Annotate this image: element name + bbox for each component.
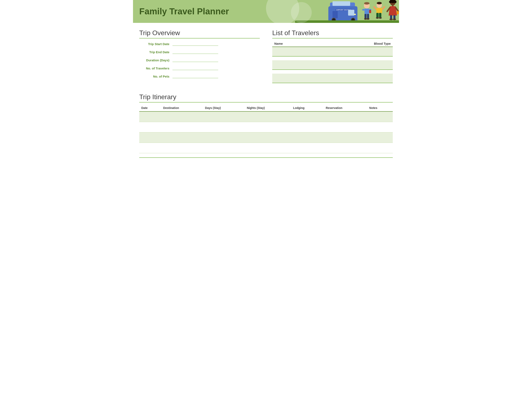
traveler-3-blood[interactable] (344, 74, 393, 83)
traveler-2-blood[interactable] (344, 60, 393, 70)
svg-point-12 (377, 2, 382, 4)
trip-start-date-input[interactable] (172, 41, 218, 46)
col-notes: Notes (367, 105, 393, 111)
header-illustration: AIRPORT SHUTTLE (326, 0, 399, 23)
no-of-pets-label: No. of Pets (139, 75, 172, 78)
row-4-lodging[interactable] (291, 143, 323, 153)
col-nights-stay: Nights (Stay) (245, 105, 291, 111)
svg-rect-8 (367, 14, 369, 19)
svg-point-22 (389, 1, 391, 3)
travelers-blood-col-header: Blood Type (344, 42, 393, 45)
row-4-nights-stay[interactable] (245, 143, 291, 153)
no-of-travelers-input[interactable] (172, 66, 218, 70)
traveler-2-name[interactable] (272, 60, 344, 70)
row-4-date[interactable] (139, 143, 161, 153)
itinerary-row-2 (139, 122, 393, 132)
trip-overview-title: Trip Overview (139, 29, 260, 39)
overview-travelers-columns: Trip Overview Trip Start Date Trip End D… (139, 29, 393, 85)
svg-rect-29 (390, 15, 392, 19)
row-2-lodging[interactable] (291, 122, 323, 132)
row-4-reservation[interactable] (323, 143, 367, 153)
bus-illustration: AIRPORT SHUTTLE (326, 2, 360, 23)
row-3-destination[interactable] (161, 132, 203, 143)
row-1-destination[interactable] (161, 111, 203, 122)
bus-window (332, 1, 350, 6)
row-1-lodging[interactable] (291, 111, 323, 122)
travelers-name-col-header: Name (272, 42, 344, 45)
row-2-nights-stay[interactable] (245, 122, 291, 132)
row-2-date[interactable] (139, 122, 161, 132)
svg-point-10 (367, 18, 370, 20)
bus-door (332, 11, 338, 18)
row-2-days-stay[interactable] (203, 122, 245, 132)
row-2-notes[interactable] (367, 122, 393, 132)
travelers-table: Name Blood Type (272, 40, 393, 83)
svg-rect-5 (369, 10, 371, 13)
svg-rect-2 (364, 9, 369, 14)
trip-start-date-label: Trip Start Date (139, 42, 172, 46)
row-3-nights-stay[interactable] (245, 132, 291, 143)
row-3-lodging[interactable] (291, 132, 323, 143)
col-date: Date (139, 105, 161, 111)
trip-end-date-label: Trip End Date (139, 50, 172, 54)
svg-point-1 (364, 2, 370, 5)
row-3-notes[interactable] (367, 132, 393, 143)
page-header: Family Travel Planner AIRPORT SHUTTLE (133, 0, 399, 23)
duration-days-row: Duration (Days) (139, 57, 260, 63)
person-3-icon (387, 0, 399, 21)
no-of-pets-input[interactable] (172, 74, 218, 78)
duration-days-input[interactable] (172, 58, 218, 62)
svg-point-31 (390, 19, 393, 20)
svg-rect-30 (393, 15, 395, 19)
no-of-pets-row: No. of Pets (139, 73, 260, 79)
itinerary-header-row: Date Destination Days (Stay) Nights (Sta… (139, 105, 393, 111)
row-1-days-stay[interactable] (203, 111, 245, 122)
svg-rect-7 (364, 14, 367, 19)
svg-point-18 (376, 17, 379, 19)
svg-point-32 (393, 19, 396, 20)
trip-start-date-row: Trip Start Date (139, 40, 260, 47)
svg-point-19 (379, 17, 382, 19)
duration-days-label: Duration (Days) (139, 59, 172, 62)
trip-end-date-input[interactable] (172, 49, 218, 54)
row-2-destination[interactable] (161, 122, 203, 132)
col-destination: Destination (161, 105, 203, 111)
travelers-table-header: Name Blood Type (272, 40, 393, 47)
row-1-date[interactable] (139, 111, 161, 122)
page-title: Family Travel Planner (139, 6, 229, 16)
traveler-1-blood[interactable] (344, 47, 393, 56)
itinerary-table: Date Destination Days (Stay) Nights (Sta… (139, 105, 393, 153)
bus-headlight (354, 14, 356, 15)
row-4-destination[interactable] (161, 143, 203, 153)
person-1-icon (361, 1, 372, 21)
footer-divider (139, 157, 393, 159)
row-4-notes[interactable] (367, 143, 393, 153)
trip-overview-section: Trip Overview Trip Start Date Trip End D… (139, 29, 260, 85)
col-days-stay: Days (Stay) (203, 105, 245, 111)
row-1-reservation[interactable] (323, 111, 367, 122)
itinerary-row-4 (139, 143, 393, 153)
person-2-icon (373, 1, 386, 21)
row-3-date[interactable] (139, 132, 161, 143)
svg-rect-28 (397, 11, 399, 14)
row-4-days-stay[interactable] (203, 143, 245, 153)
itinerary-row-3 (139, 132, 393, 143)
row-1-notes[interactable] (367, 111, 393, 122)
no-of-travelers-row: No. of Travelers (139, 65, 260, 71)
travelers-section-title: List of Travelers (272, 29, 393, 39)
svg-point-23 (394, 1, 397, 3)
traveler-spacer-2 (272, 71, 393, 74)
traveler-3-name[interactable] (272, 74, 344, 83)
trip-itinerary-section: Trip Itinerary Date Destination Days (St… (139, 93, 393, 153)
main-content: Trip Overview Trip Start Date Trip End D… (133, 23, 399, 164)
row-3-reservation[interactable] (323, 132, 367, 143)
row-3-days-stay[interactable] (203, 132, 245, 143)
row-2-reservation[interactable] (323, 122, 367, 132)
traveler-1-name[interactable] (272, 47, 344, 56)
traveler-row-3 (272, 74, 393, 83)
svg-rect-15 (376, 8, 382, 13)
traveler-row-2 (272, 60, 393, 70)
svg-rect-17 (379, 13, 381, 18)
row-1-nights-stay[interactable] (245, 111, 291, 122)
traveler-spacer-1 (272, 58, 393, 60)
